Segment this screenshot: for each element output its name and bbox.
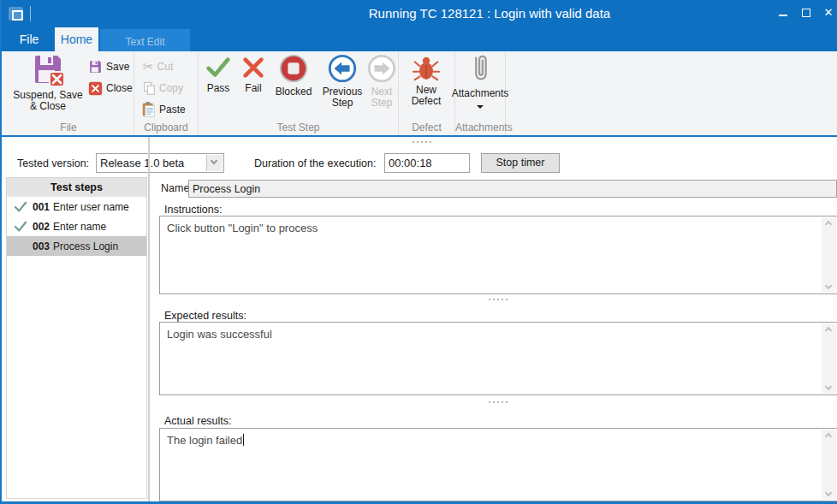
ribbon-group-file: Suspend, Save & Close Save Close File [3,51,134,135]
tested-version-label: Tested version: [17,157,89,169]
maximize-icon [802,9,810,17]
scroll-up-icon[interactable] [825,327,832,334]
actual-results-scrollbar[interactable] [822,430,836,500]
step-number: 001 [33,201,50,213]
instructions-text: Click button "Login" to process [167,221,818,235]
cut-button: ✂ Cut [143,58,173,75]
close-icon: ✕ [817,0,837,26]
expected-results-text: Login was successful [167,327,818,341]
quick-access-separator [30,6,31,21]
step-passed-check-icon [14,201,27,213]
pass-check-icon [205,55,231,80]
tab-file[interactable]: File [10,27,48,51]
tested-version-combobox[interactable]: Release 1.0 beta [96,153,224,173]
blocked-button[interactable]: Blocked [270,53,317,98]
cut-label: Cut [157,61,174,73]
group-label-test-step: Test Step [199,122,398,133]
scroll-down-icon[interactable] [825,282,832,289]
test-steps-panel: Test steps 001 Enter user name 002 Enter… [6,177,147,499]
paperclip-icon [466,53,495,86]
blocked-stop-icon [278,53,309,84]
scroll-up-icon[interactable] [825,221,832,228]
chevron-down-icon [211,157,217,164]
save-floppy-icon [88,60,103,74]
expected-results-label: Expected results: [164,310,246,322]
panel-splitter[interactable] [148,137,150,501]
close-test-button[interactable]: Close [88,80,133,97]
duration-value: 00:00:18 [389,157,432,169]
minimize-icon [779,15,787,16]
save-label: Save [106,61,129,73]
ribbon-group-test-step: Pass Fail Blocked Previou [199,51,399,135]
attachments-label: Attachments [452,88,509,99]
suspend-save-close-button[interactable]: Suspend, Save & Close [9,53,87,112]
previous-arrow-icon [327,53,358,84]
paste-label: Paste [159,104,186,116]
scroll-up-icon[interactable] [825,433,832,440]
floppy-disk-x-icon [31,53,65,87]
scroll-down-icon[interactable] [825,489,832,496]
ribbon: Suspend, Save & Close Save Close File [3,51,837,135]
ribbon-group-defect: New Defect Defect [399,51,455,135]
actual-results-value: The login failed [167,434,242,447]
app-window: Running TC 128121 : Login with valid dat… [0,0,837,504]
ribbon-splitter-handle[interactable] [413,141,431,143]
ribbon-group-clipboard: ✂ Cut Copy Paste Clipboard [134,51,199,135]
minimize-button[interactable] [772,0,794,26]
fail-x-icon [240,55,266,80]
pass-label: Pass [207,83,230,94]
tested-version-value: Release 1.0 beta [100,157,184,169]
instructions-splitter-handle[interactable] [489,299,508,300]
next-step-label: Next Step [367,86,396,109]
group-label-defect: Defect [399,122,454,133]
close-x-icon [88,81,103,96]
duration-field[interactable]: 00:00:18 [384,153,470,173]
attachments-button[interactable]: Attachments [456,53,504,109]
name-value: Process Login [193,183,260,195]
next-step-button: Next Step [366,53,397,109]
previous-step-button[interactable]: Previous Step [318,53,366,109]
maximize-button[interactable] [795,0,817,26]
actual-results-text: The login failed [167,433,818,448]
attachments-dropdown-icon[interactable] [477,105,484,109]
tab-home[interactable]: Home [55,27,98,51]
title-bar: Running TC 128121 : Login with valid dat… [2,0,837,27]
content-area: Tested version: Release 1.0 beta Duratio… [3,137,837,501]
test-step-row-2[interactable]: 002 Enter name [7,216,146,236]
fail-label: Fail [245,83,261,94]
combo-dropdown-button[interactable] [206,155,223,171]
expected-splitter-handle[interactable] [489,401,508,403]
name-field[interactable]: Process Login [188,180,837,198]
next-arrow-icon [366,53,397,84]
expected-results-scrollbar[interactable] [822,323,836,394]
app-icon[interactable] [9,7,23,21]
copy-label: Copy [159,82,183,94]
close-button[interactable]: ✕ [817,0,837,26]
new-defect-button[interactable]: New Defect [405,55,448,107]
instructions-label: Instructions: [164,204,222,216]
instructions-scrollbar[interactable] [822,217,836,293]
expected-results-textarea[interactable]: Login was successful [159,322,837,395]
actual-results-textarea[interactable]: The login failed [159,428,837,501]
copy-pages-icon [143,81,156,95]
instructions-textarea[interactable]: Click button "Login" to process [159,216,837,294]
scroll-down-icon[interactable] [825,383,832,390]
ribbon-group-attachments: Attachments Attachments [455,51,506,135]
save-button[interactable]: Save [88,58,129,75]
test-step-row-1[interactable]: 001 Enter user name [7,197,146,216]
group-label-attachments: Attachments [455,122,505,133]
test-step-row-3-selected[interactable]: 003 Process Login [7,236,146,256]
paste-clipboard-icon [141,102,156,117]
pass-button[interactable]: Pass [202,55,234,94]
duration-label: Duration of the execution: [254,157,376,169]
window-title: Running TC 128121 : Login with valid dat… [369,0,610,27]
paste-button[interactable]: Paste [141,101,186,118]
copy-button: Copy [143,80,183,97]
step-label: Enter user name [53,201,129,213]
fail-button[interactable]: Fail [238,55,269,94]
scissors-icon: ✂ [143,60,154,74]
close-label: Close [106,82,133,94]
ribbon-tab-row: File Home Text Edit Home Insert [2,27,837,51]
stop-timer-button[interactable]: Stop timer [481,153,560,173]
step-number: 002 [33,221,50,233]
